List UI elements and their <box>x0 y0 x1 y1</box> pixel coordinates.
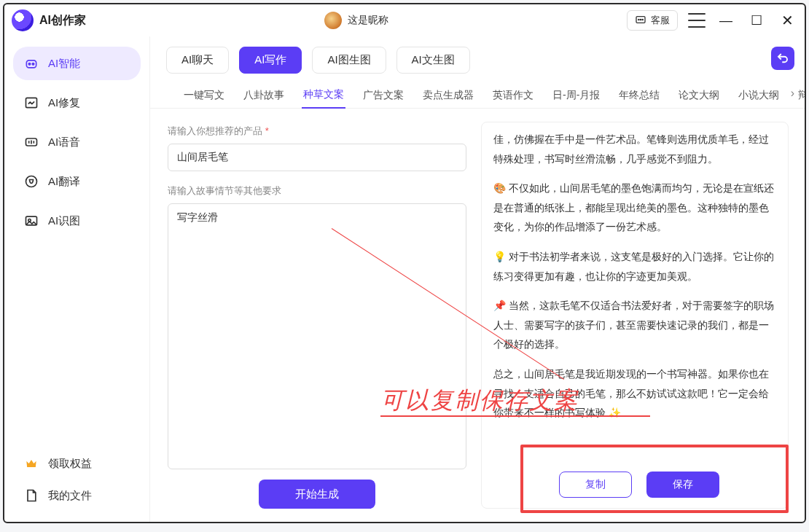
sidebar-item-label: AI修复 <box>48 96 80 110</box>
sub-tab[interactable]: 小说大纲 <box>737 83 781 108</box>
sub-tab[interactable]: 广告文案 <box>361 83 405 108</box>
copy-button[interactable]: 复制 <box>559 472 632 498</box>
mode-tab-chat[interactable]: AI聊天 <box>166 47 229 74</box>
menu-button[interactable] <box>688 13 706 28</box>
translate-icon <box>23 173 39 189</box>
undo-icon <box>776 52 789 65</box>
vision-icon <box>23 213 39 229</box>
sub-tabs: 一键写文 八卦故事 种草文案 广告文案 卖点生成器 英语作文 日-周-月报 年终… <box>150 79 805 109</box>
sidebar: AI智能 AI修复 AI语音 AI翻译 AI识图 领取权益 <box>4 36 150 522</box>
mode-tab-img2img[interactable]: AI图生图 <box>312 47 386 74</box>
sidebar-item-ai-repair[interactable]: AI修复 <box>13 86 141 120</box>
titlebar: AI创作家 这是昵称 客服 — ☐ ✕ <box>4 4 805 36</box>
svg-point-9 <box>26 176 37 187</box>
sub-tab-active[interactable]: 种草文案 <box>302 82 345 109</box>
sidebar-item-label: AI识图 <box>48 214 80 228</box>
svg-rect-4 <box>26 60 36 68</box>
support-label: 客服 <box>651 14 670 27</box>
avatar[interactable] <box>324 12 342 29</box>
extra-textarea[interactable]: 写字丝滑 <box>168 203 466 469</box>
svg-point-6 <box>32 63 34 66</box>
svg-point-3 <box>642 19 643 20</box>
chat-icon <box>635 15 646 26</box>
sub-tab[interactable]: 八卦故事 <box>242 83 286 108</box>
sparkle-icon <box>23 55 39 71</box>
sub-tab[interactable]: 日-周-月报 <box>551 83 601 108</box>
mode-tab-write[interactable]: AI写作 <box>239 47 302 74</box>
maximize-button[interactable]: ☐ <box>746 12 767 28</box>
app-logo-icon <box>12 9 34 31</box>
sidebar-item-label: AI语音 <box>48 136 80 149</box>
crown-icon <box>23 455 39 472</box>
app-window: AI创作家 这是昵称 客服 — ☐ ✕ AI智能 AI修复 <box>3 3 806 523</box>
file-icon <box>23 488 39 504</box>
input-form: 请输入你想推荐的产品 * 请输入故事情节等其他要求 写字丝滑 开始生成 <box>168 122 466 509</box>
main-panel: AI聊天 AI写作 AI图生图 AI文生图 一键写文 八卦故事 种草文案 广告文… <box>150 36 805 522</box>
mode-tabs: AI聊天 AI写作 AI图生图 AI文生图 <box>150 36 805 79</box>
mode-tab-txt2img[interactable]: AI文生图 <box>396 47 470 74</box>
output-paragraph: 💡对于书法初学者来说，这支笔是极好的入门选择。它让你的练习变得更加有趣，也让你的… <box>493 247 775 286</box>
minimize-button[interactable]: — <box>716 13 736 28</box>
output-scroll[interactable]: 佳，仿佛握在手中是一件艺术品。笔锋则选用优质羊毛，经过特殊处理，书写时丝滑流畅，… <box>493 130 785 464</box>
sub-tab[interactable]: 英语作文 <box>491 83 535 108</box>
history-button[interactable] <box>771 47 794 70</box>
sidebar-foot-label: 我的文件 <box>48 489 92 503</box>
sidebar-my-files[interactable]: 我的文件 <box>13 480 141 512</box>
output-paragraph: 总之，山间居毛笔是我近期发现的一个书写神器。如果你也在寻找一支适合自己的毛笔，那… <box>493 364 775 423</box>
output-panel: 佳，仿佛握在手中是一件艺术品。笔锋则选用优质羊毛，经过特殊处理，书写时丝滑流畅，… <box>481 122 789 509</box>
extra-label: 请输入故事情节等其他要求 <box>168 184 466 197</box>
save-button[interactable]: 保存 <box>646 472 719 498</box>
close-button[interactable]: ✕ <box>777 12 797 29</box>
output-paragraph: 佳，仿佛握在手中是一件艺术品。笔锋则选用优质羊毛，经过特殊处理，书写时丝滑流畅，… <box>493 130 775 168</box>
sub-tabs-more-icon[interactable]: › <box>791 87 794 100</box>
sidebar-item-label: AI智能 <box>48 57 80 71</box>
svg-point-5 <box>28 63 31 66</box>
sidebar-claim-benefit[interactable]: 领取权益 <box>13 447 141 480</box>
app-title: AI创作家 <box>39 13 86 28</box>
svg-point-1 <box>638 19 639 20</box>
voice-icon <box>23 134 39 150</box>
sidebar-item-ai-translate[interactable]: AI翻译 <box>13 165 141 198</box>
product-label: 请输入你想推荐的产品 * <box>168 125 466 138</box>
nickname: 这是昵称 <box>348 14 388 27</box>
sidebar-foot-label: 领取权益 <box>48 457 92 471</box>
sub-tab[interactable]: 卖点生成器 <box>421 83 475 108</box>
output-actions: 复制 保存 <box>493 464 785 498</box>
sidebar-item-ai-vision[interactable]: AI识图 <box>13 204 141 238</box>
generate-button[interactable]: 开始生成 <box>259 480 375 509</box>
output-paragraph: 🎨不仅如此，山间居毛笔的墨色饱满而均匀，无论是在宣纸还是在普通的纸张上，都能呈现… <box>493 179 775 237</box>
sub-tab[interactable]: 一键写文 <box>182 83 226 108</box>
sub-tab[interactable]: 论文大纲 <box>677 83 721 108</box>
sidebar-item-label: AI翻译 <box>48 175 80 189</box>
sub-tab[interactable]: 辩论稿 <box>797 83 805 108</box>
output-paragraph: 📌当然，这款毛笔不仅适合书法爱好者，对于需要签字的职场人士、需要写字的孩子们，甚… <box>493 296 775 354</box>
product-input[interactable] <box>168 144 466 171</box>
svg-point-2 <box>640 19 641 20</box>
support-button[interactable]: 客服 <box>627 10 678 31</box>
image-repair-icon <box>23 95 39 111</box>
sidebar-item-ai-voice[interactable]: AI语音 <box>13 125 141 159</box>
sub-tab[interactable]: 年终总结 <box>617 83 661 108</box>
sidebar-item-ai-smart[interactable]: AI智能 <box>13 47 141 80</box>
